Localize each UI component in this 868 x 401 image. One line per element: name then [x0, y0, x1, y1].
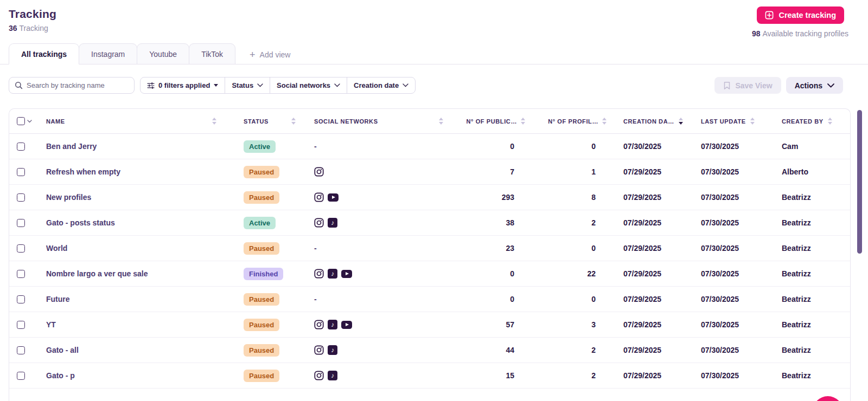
- search-input[interactable]: [27, 81, 129, 89]
- row-checkbox[interactable]: [17, 244, 25, 253]
- tracking-name-link[interactable]: New profiles: [37, 193, 236, 202]
- last-update-date: 07/30/2025: [692, 320, 774, 329]
- row-checkbox[interactable]: [17, 346, 25, 354]
- empty-networks-dash: -: [314, 244, 317, 253]
- sort-control[interactable]: [291, 118, 296, 125]
- tracking-name-link[interactable]: Gato - all: [37, 346, 236, 354]
- publications-count: 15: [451, 371, 529, 380]
- tab-tiktok[interactable]: TikTok: [189, 43, 235, 64]
- sort-control[interactable]: [750, 118, 755, 125]
- table-scrollbar-thumb[interactable]: [857, 110, 862, 254]
- table-row[interactable]: YTPaused♪57307/29/202507/30/2025Beatrizz: [9, 312, 850, 338]
- sort-desc-icon: [602, 122, 607, 125]
- sort-control[interactable]: [602, 118, 607, 125]
- column-header-created-by: CREATED BY: [774, 118, 850, 125]
- sort-desc-icon: [828, 122, 832, 125]
- search-icon: [15, 81, 23, 89]
- filters-applied-dropdown[interactable]: 0 filters applied: [141, 77, 225, 93]
- created-by: Beatrizz: [774, 295, 850, 303]
- tracking-name-link[interactable]: YT: [37, 320, 236, 329]
- tracking-name-link[interactable]: World: [37, 244, 236, 253]
- column-label: NAME: [46, 118, 65, 125]
- table-row[interactable]: Refresh when emptyPaused7107/29/202507/3…: [9, 159, 850, 185]
- empty-networks-dash: -: [314, 142, 317, 151]
- status-filter-label: Status: [232, 81, 253, 89]
- social-networks-cell: [303, 192, 451, 202]
- row-checkbox[interactable]: [17, 219, 25, 227]
- checkbox-chevron-icon[interactable]: [27, 120, 32, 123]
- row-checkbox[interactable]: [17, 193, 25, 202]
- table-row[interactable]: Gato - allPaused♪44207/29/202507/30/2025…: [9, 338, 850, 363]
- row-checkbox[interactable]: [17, 372, 25, 380]
- plus-icon: +: [250, 51, 256, 59]
- tracking-name-link[interactable]: Future: [37, 295, 236, 303]
- sort-control[interactable]: [439, 118, 443, 125]
- plus-square-icon: [765, 11, 774, 20]
- tracking-name-link[interactable]: Gato - p: [37, 371, 236, 380]
- row-checkbox-cell: [9, 346, 37, 354]
- sort-control-active[interactable]: [679, 118, 683, 125]
- row-checkbox[interactable]: [17, 295, 25, 303]
- social-networks-filter-dropdown[interactable]: Social networks: [270, 77, 347, 93]
- creation-date-filter-dropdown[interactable]: Creation date: [347, 77, 415, 93]
- row-checkbox[interactable]: [17, 321, 25, 329]
- creation-date: 07/29/2025: [611, 346, 692, 354]
- play-icon: [332, 196, 335, 199]
- table-row[interactable]: WorldPaused-23007/29/202507/30/2025Beatr…: [9, 236, 850, 261]
- table-row[interactable]: Nombre largo a ver que saleFinished♪0220…: [9, 261, 850, 287]
- social-networks-filter-label: Social networks: [277, 81, 330, 89]
- tracking-name-link[interactable]: Refresh when empty: [37, 167, 236, 176]
- actions-button[interactable]: Actions: [786, 77, 843, 94]
- tracking-name-link[interactable]: Gato - posts status: [37, 218, 236, 227]
- sliders-icon: [147, 82, 155, 89]
- sort-asc-icon: [602, 118, 607, 120]
- row-checkbox[interactable]: [17, 143, 25, 151]
- profiles-count: 2: [529, 218, 611, 227]
- tab-instagram[interactable]: Instagram: [79, 43, 137, 64]
- trackings-table: NAME STATUS SOCIAL NETWORKS N° OF PUBLIC…: [9, 108, 851, 401]
- instagram-icon: [314, 345, 324, 355]
- created-by: Beatrizz: [774, 269, 850, 278]
- row-checkbox-cell: [9, 321, 37, 329]
- table-row[interactable]: New profilesPaused293807/29/202507/30/20…: [9, 185, 850, 210]
- created-by: Beatrizz: [774, 346, 850, 354]
- status-filter-dropdown[interactable]: Status: [225, 77, 270, 93]
- sort-control[interactable]: [521, 118, 525, 125]
- table-row[interactable]: Gato - posts statusActive♪38207/29/20250…: [9, 210, 850, 236]
- tracking-name-link[interactable]: Ben and Jerry: [37, 142, 236, 151]
- sort-control[interactable]: [212, 118, 216, 125]
- tracking-count-value: 36: [9, 24, 17, 33]
- table-row[interactable]: Ben and JerryActive-0007/30/202507/30/20…: [9, 134, 850, 159]
- select-all-checkbox[interactable]: [17, 117, 25, 125]
- row-checkbox-cell: [9, 219, 37, 227]
- sort-control[interactable]: [828, 118, 832, 125]
- sort-desc-icon: [750, 122, 755, 125]
- column-header-name: NAME: [37, 118, 236, 125]
- add-view-button[interactable]: + Add view: [250, 50, 290, 59]
- sort-asc-icon: [679, 118, 683, 120]
- table-body: Ben and JerryActive-0007/30/202507/30/20…: [9, 134, 850, 389]
- sort-asc-icon: [828, 118, 832, 120]
- status-badge: Paused: [244, 166, 279, 178]
- publications-count: 0: [451, 295, 529, 303]
- tracking-name-link[interactable]: Nombre largo a ver que sale: [37, 269, 236, 278]
- tab-youtube[interactable]: Youtube: [137, 43, 189, 64]
- table-row[interactable]: Gato - pPaused♪15207/29/202507/30/2025Be…: [9, 363, 850, 389]
- row-checkbox[interactable]: [17, 270, 25, 278]
- youtube-icon: [341, 270, 352, 278]
- tab-all-trackings[interactable]: All trackings: [9, 43, 79, 64]
- creation-date: 07/29/2025: [611, 371, 692, 380]
- bookmark-icon: [723, 81, 731, 90]
- tracking-count: 36Tracking: [9, 24, 56, 33]
- save-view-button[interactable]: Save View: [714, 77, 781, 94]
- creation-date: 07/29/2025: [611, 193, 692, 202]
- column-header-status: STATUS: [236, 118, 303, 125]
- row-checkbox[interactable]: [17, 168, 25, 176]
- create-tracking-button[interactable]: Create tracking: [757, 7, 844, 24]
- profiles-count: 2: [529, 371, 611, 380]
- table-row[interactable]: FuturePaused-0007/29/202507/30/2025Beatr…: [9, 287, 850, 312]
- filters-applied-label: 0 filters applied: [158, 81, 210, 89]
- social-networks-cell: ♪: [303, 320, 451, 329]
- search-box: [9, 77, 135, 94]
- sort-asc-icon: [750, 118, 755, 120]
